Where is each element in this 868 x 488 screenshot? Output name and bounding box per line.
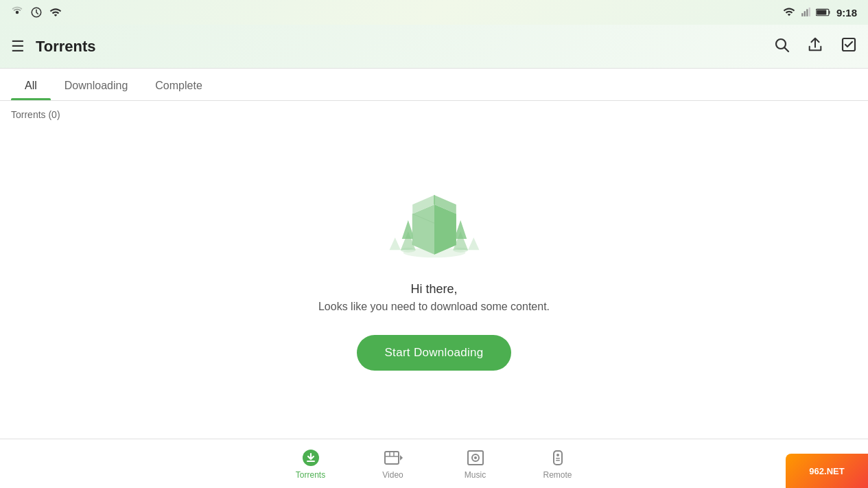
torrents-nav-icon	[301, 448, 320, 467]
svg-line-9	[785, 47, 789, 51]
video-nav-label: Video	[382, 470, 403, 480]
remote-nav-icon	[548, 448, 567, 467]
battery-icon	[816, 8, 831, 17]
page-title: Torrents	[36, 38, 96, 56]
time-display: 9:18	[836, 7, 857, 19]
svg-rect-7	[817, 10, 826, 14]
svg-rect-4	[806, 9, 808, 16]
svg-rect-29	[385, 452, 399, 464]
main-content: Hi there, Looks like you need to downloa…	[0, 142, 868, 426]
nav-item-torrents[interactable]: Torrents	[270, 443, 352, 485]
nav-item-video[interactable]: Video	[352, 443, 434, 485]
svg-point-0	[16, 11, 19, 14]
status-bar-right: 9:18	[783, 7, 857, 19]
empty-illustration	[366, 156, 503, 266]
svg-point-36	[474, 456, 477, 459]
header-icons	[773, 36, 857, 57]
watermark: 962.NET	[786, 454, 868, 488]
tab-complete[interactable]: Complete	[141, 69, 215, 100]
svg-rect-39	[556, 458, 560, 459]
svg-rect-2	[801, 13, 803, 16]
empty-title: Hi there,	[410, 282, 457, 297]
app-header: ☰ Torrents	[0, 25, 868, 69]
tab-bar: All Downloading Complete	[0, 69, 868, 101]
svg-point-38	[556, 454, 559, 456]
header-left: ☰ Torrents	[11, 38, 773, 56]
svg-rect-5	[809, 8, 810, 16]
start-downloading-button[interactable]: Start Downloading	[357, 335, 511, 371]
watch-icon	[30, 6, 43, 19]
music-nav-label: Music	[465, 470, 486, 480]
svg-marker-18	[468, 237, 479, 250]
torrents-count: Torrents (0)	[0, 101, 868, 128]
svg-rect-3	[804, 11, 806, 16]
torrents-nav-label: Torrents	[296, 470, 325, 480]
svg-marker-16	[454, 220, 467, 239]
remote-nav-label: Remote	[543, 470, 572, 480]
bottom-nav: Torrents Video Music Remote	[0, 439, 868, 488]
tab-all[interactable]: All	[11, 69, 51, 100]
share-button[interactable]	[806, 36, 824, 57]
wifi-icon	[49, 6, 62, 19]
video-nav-icon	[384, 448, 403, 467]
search-button[interactable]	[773, 36, 790, 57]
box-svg	[366, 156, 503, 266]
svg-marker-33	[400, 455, 403, 461]
wifi-status-icon	[783, 8, 795, 17]
menu-button[interactable]: ☰	[11, 38, 25, 56]
checklist-button[interactable]	[841, 36, 857, 57]
svg-marker-17	[389, 237, 400, 250]
tab-downloading[interactable]: Downloading	[51, 69, 142, 100]
svg-rect-40	[556, 460, 560, 461]
status-bar-left	[11, 6, 62, 19]
empty-subtitle: Looks like you need to download some con…	[318, 301, 550, 313]
music-nav-icon	[466, 448, 485, 467]
nav-item-music[interactable]: Music	[434, 443, 517, 485]
status-bar: 9:18	[0, 0, 868, 25]
signal-icon	[11, 6, 23, 19]
nav-item-remote[interactable]: Remote	[517, 443, 599, 485]
signal-bars-icon	[801, 8, 810, 17]
